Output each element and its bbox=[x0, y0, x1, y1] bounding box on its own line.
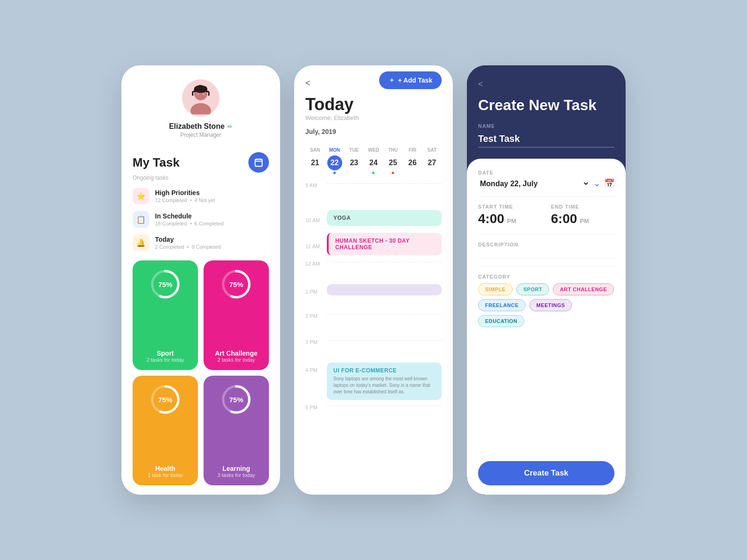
mini-card-sub: 2 tasks for today bbox=[218, 357, 255, 363]
timeline-row: 3 PM bbox=[305, 336, 442, 363]
card-create-task: < Create New Task NAME DATE Monday 22, J… bbox=[467, 65, 626, 495]
start-ampm: PM bbox=[507, 217, 516, 224]
divider bbox=[478, 196, 614, 196]
yoga-event[interactable]: YOGA bbox=[327, 210, 442, 226]
today-title: Today bbox=[305, 95, 442, 114]
create-task-title: Create New Task bbox=[478, 97, 614, 114]
name-label: NAME bbox=[478, 123, 614, 129]
dot-divider bbox=[187, 246, 189, 248]
welcome-subtitle: Welcome, Elizabeth bbox=[305, 114, 442, 121]
back-button[interactable]: < bbox=[478, 79, 614, 89]
start-time-group: START TIME 4:00 PM bbox=[478, 204, 542, 226]
calendar-fab-button[interactable] bbox=[248, 152, 269, 173]
timeline-row: 5 PM bbox=[305, 402, 442, 428]
learning-card[interactable]: 75% Learning 3 tasks for today bbox=[204, 376, 269, 485]
category-label: CATEGORY bbox=[478, 274, 614, 280]
svg-point-1 bbox=[190, 103, 211, 114]
dot-divider bbox=[190, 223, 192, 224]
timeline-row: 12 AM bbox=[305, 258, 442, 284]
card-today: < ＋ + Add Task Today Welcome, Elizabeth … bbox=[294, 65, 453, 495]
profile-section: Elizabeth Stone ✏ Project Manager bbox=[133, 79, 269, 147]
mini-card-title: Art Challenge bbox=[215, 350, 257, 357]
end-time-label: END TIME bbox=[551, 204, 614, 210]
mytask-header: My Task bbox=[133, 152, 269, 173]
list-item[interactable]: ⭐ High Priorities 12 Completed 4 Not yet bbox=[133, 188, 269, 204]
cat-freelance[interactable]: FREELANCE bbox=[478, 299, 526, 311]
day-wed[interactable]: WED 24 bbox=[364, 147, 383, 174]
category-group: CATEGORY SIMPLE SPORT ART CHALLENGE FREE… bbox=[478, 274, 614, 327]
end-time-group: END TIME 6:00 PM bbox=[551, 204, 614, 226]
cat-simple[interactable]: SIMPLE bbox=[478, 283, 513, 295]
task-name: Today bbox=[155, 236, 221, 243]
date-group: DATE Monday 22, July ⌄ 📅 bbox=[478, 170, 614, 189]
timeline-row: 9 AM bbox=[305, 180, 442, 206]
edit-profile-icon[interactable]: ✏ bbox=[227, 123, 233, 130]
timeline-row: 11 AM HUMAN SKETCH - 30 DAY CHALLENGE bbox=[305, 232, 442, 258]
mytask-title: My Task bbox=[133, 155, 180, 170]
profile-role: Project Manager bbox=[180, 132, 221, 138]
sport-card[interactable]: 75% Sport 2 tasks for today bbox=[133, 260, 198, 370]
ecommerce-event[interactable] bbox=[327, 284, 442, 295]
ring-wrap: 75% bbox=[220, 383, 253, 416]
chevron-down-icon: ⌄ bbox=[593, 178, 600, 189]
timeline: 9 AM 10 AM YOGA 11 AM HUMAN SKETCH - 30 … bbox=[294, 180, 453, 495]
list-item[interactable]: 🔔 Today 2 Completed 9 Completed bbox=[133, 234, 269, 251]
date-row: Monday 22, July ⌄ 📅 bbox=[478, 178, 614, 189]
description-input[interactable] bbox=[478, 247, 614, 259]
day-san[interactable]: SAN 21 bbox=[305, 147, 325, 174]
day-sat[interactable]: SAT 27 bbox=[422, 147, 442, 174]
day-tue[interactable]: TUE 23 bbox=[344, 147, 364, 174]
end-time-value: 6:00 bbox=[551, 211, 577, 226]
add-task-button[interactable]: ＋ + Add Task bbox=[379, 71, 442, 89]
ring-wrap: 75% bbox=[149, 268, 182, 301]
timeline-row: 4 PM UI FOR E-COMMERCE Sony laptops are … bbox=[305, 363, 442, 402]
timeline-row: 2 PM bbox=[305, 310, 442, 336]
avatar bbox=[182, 79, 219, 117]
task-meta: 2 Completed 9 Completed bbox=[155, 244, 221, 250]
health-card[interactable]: 75% Health 1 task for today bbox=[133, 376, 198, 485]
mini-card-sub: 3 tasks for today bbox=[218, 472, 255, 478]
mini-card-title: Learning bbox=[222, 465, 250, 472]
category-tags: SIMPLE SPORT ART CHALLENGE FREELANCE MEE… bbox=[478, 283, 614, 327]
svg-rect-5 bbox=[255, 159, 262, 166]
calendar-icon[interactable]: 📅 bbox=[604, 178, 614, 189]
plus-icon: ＋ bbox=[388, 76, 395, 84]
description-label: DESCRIPTION bbox=[478, 242, 614, 247]
task-name-input[interactable] bbox=[478, 132, 614, 147]
meetup-event[interactable]: UI FOR E-COMMERCE Sony laptops are among… bbox=[327, 363, 442, 400]
mini-card-sub: 1 task for today bbox=[148, 472, 183, 478]
day-thu[interactable]: THU 25 bbox=[383, 147, 403, 174]
list-item[interactable]: 📋 In Schedule 18 Completed 6 Completed bbox=[133, 211, 269, 228]
date-select[interactable]: Monday 22, July bbox=[478, 179, 590, 188]
card2-header: < ＋ + Add Task Today Welcome, Elizabeth … bbox=[294, 65, 453, 143]
task-name: High Priorities bbox=[155, 189, 215, 196]
end-ampm: PM bbox=[580, 217, 589, 224]
schedule-icon: 📋 bbox=[133, 211, 149, 228]
week-calendar: SAN 21 MON 22 TUE 23 WED 24 THU 25 FRI 2… bbox=[294, 147, 453, 174]
create-task-light-body: DATE Monday 22, July ⌄ 📅 START TIME 4:00… bbox=[467, 159, 626, 495]
date-label: DATE bbox=[478, 170, 614, 175]
art-challenge-card[interactable]: 75% Art Challenge 2 tasks for today bbox=[204, 260, 269, 370]
day-fri[interactable]: FRI 26 bbox=[403, 147, 423, 174]
dot-divider bbox=[190, 199, 192, 201]
task-list: ⭐ High Priorities 12 Completed 4 Not yet… bbox=[133, 188, 269, 251]
mini-card-title: Sport bbox=[157, 350, 174, 357]
time-row-form: START TIME 4:00 PM END TIME 6:00 PM bbox=[478, 204, 614, 226]
divider bbox=[478, 266, 614, 266]
mytask-sub: Ongoing tasks bbox=[133, 175, 269, 181]
cat-art-challenge[interactable]: ART CHALLENGE bbox=[553, 283, 614, 295]
create-task-button[interactable]: Create Task bbox=[478, 461, 614, 485]
month-label: July, 2019 bbox=[305, 128, 442, 135]
task-meta: 18 Completed 6 Completed bbox=[155, 221, 224, 226]
mini-card-sub: 2 tasks for today bbox=[147, 357, 184, 363]
human-sketch-event[interactable]: HUMAN SKETCH - 30 DAY CHALLENGE bbox=[327, 233, 442, 255]
mini-card-title: Health bbox=[155, 465, 176, 472]
cat-sport[interactable]: SPORT bbox=[516, 283, 549, 295]
cat-meetings[interactable]: MEETINGS bbox=[529, 299, 572, 311]
cat-education[interactable]: EDUCATION bbox=[478, 315, 524, 327]
day-mon[interactable]: MON 22 bbox=[325, 147, 345, 174]
timeline-row: 10 AM YOGA bbox=[305, 206, 442, 232]
card-my-task: Elizabeth Stone ✏ Project Manager My Tas… bbox=[121, 65, 280, 495]
description-group: DESCRIPTION bbox=[478, 242, 614, 259]
task-name: In Schedule bbox=[155, 212, 224, 220]
